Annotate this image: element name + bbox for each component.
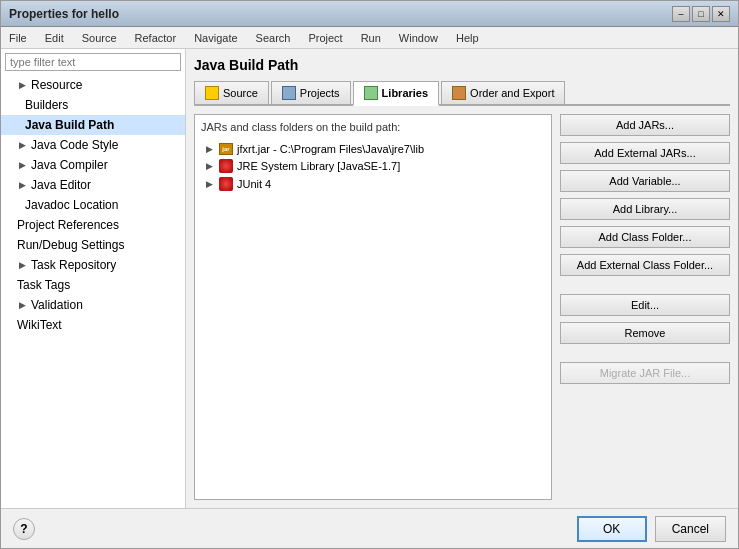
add-external-class-folder-button[interactable]: Add External Class Folder... xyxy=(560,254,730,276)
menu-file[interactable]: File xyxy=(5,30,31,46)
tree-item-jfxrt[interactable]: ▶ jar jfxrt.jar - C:\Program Files\Java\… xyxy=(199,141,547,157)
tab-order-export[interactable]: Order and Export xyxy=(441,81,565,104)
main-content: ▶ Resource Builders Java Build Path ▶ Ja… xyxy=(1,49,738,508)
menu-bar: File Edit Source Refactor Navigate Searc… xyxy=(1,27,738,49)
expand-icon: ▶ xyxy=(203,143,215,155)
tree-item-label: jfxrt.jar - C:\Program Files\Java\jre7\l… xyxy=(237,143,424,155)
help-button[interactable]: ? xyxy=(13,518,35,540)
content-area: JARs and class folders on the build path… xyxy=(194,114,730,500)
tree-description: JARs and class folders on the build path… xyxy=(199,119,547,135)
sidebar-label: Java Build Path xyxy=(25,118,114,132)
add-variable-button[interactable]: Add Variable... xyxy=(560,170,730,192)
sidebar-item-task-tags[interactable]: Task Tags xyxy=(1,275,185,295)
tree-item-label: JUnit 4 xyxy=(237,178,271,190)
sidebar-item-builders[interactable]: Builders xyxy=(1,95,185,115)
filter-input[interactable] xyxy=(5,53,181,71)
add-jars-button[interactable]: Add JARs... xyxy=(560,114,730,136)
add-library-button[interactable]: Add Library... xyxy=(560,198,730,220)
menu-edit[interactable]: Edit xyxy=(41,30,68,46)
sidebar-label: Run/Debug Settings xyxy=(17,238,124,252)
tab-order-label: Order and Export xyxy=(470,87,554,99)
cancel-button[interactable]: Cancel xyxy=(655,516,726,542)
window-title: Properties for hello xyxy=(9,7,119,21)
expand-icon: ▶ xyxy=(203,160,215,172)
expand-icon: ▶ xyxy=(17,160,27,170)
buttons-panel: Add JARs... Add External JARs... Add Var… xyxy=(560,114,730,500)
sidebar-label: Resource xyxy=(31,78,82,92)
jar-icon: jar xyxy=(219,143,233,155)
menu-source[interactable]: Source xyxy=(78,30,121,46)
projects-icon xyxy=(282,86,296,100)
expand-icon: ▶ xyxy=(17,260,27,270)
expand-icon: ▶ xyxy=(17,300,27,310)
tree-item-label: JRE System Library [JavaSE-1.7] xyxy=(237,160,400,172)
tab-libraries-label: Libraries xyxy=(382,87,428,99)
menu-help[interactable]: Help xyxy=(452,30,483,46)
close-button[interactable]: ✕ xyxy=(712,6,730,22)
sidebar-label: WikiText xyxy=(17,318,62,332)
ok-button[interactable]: OK xyxy=(577,516,647,542)
sidebar-item-java-code-style[interactable]: ▶ Java Code Style xyxy=(1,135,185,155)
tree-item-junit[interactable]: ▶ JUnit 4 xyxy=(199,175,547,193)
expand-icon: ▶ xyxy=(17,180,27,190)
sidebar-item-task-repository[interactable]: ▶ Task Repository xyxy=(1,255,185,275)
sidebar-item-wikitext[interactable]: WikiText xyxy=(1,315,185,335)
tab-projects[interactable]: Projects xyxy=(271,81,351,104)
sidebar-label: Project References xyxy=(17,218,119,232)
footer: ? OK Cancel xyxy=(1,508,738,548)
sidebar-label: Task Repository xyxy=(31,258,116,272)
libraries-icon xyxy=(364,86,378,100)
add-class-folder-button[interactable]: Add Class Folder... xyxy=(560,226,730,248)
right-panel: Java Build Path Source Projects Librarie… xyxy=(186,49,738,508)
sidebar-item-javadoc-location[interactable]: Javadoc Location xyxy=(1,195,185,215)
sidebar-label: Java Compiler xyxy=(31,158,108,172)
button-separator xyxy=(560,282,730,288)
remove-button[interactable]: Remove xyxy=(560,322,730,344)
sidebar-label: Builders xyxy=(25,98,68,112)
add-external-jars-button[interactable]: Add External JARs... xyxy=(560,142,730,164)
menu-navigate[interactable]: Navigate xyxy=(190,30,241,46)
expand-icon: ▶ xyxy=(17,80,27,90)
button-separator2 xyxy=(560,350,730,356)
footer-right: OK Cancel xyxy=(577,516,726,542)
footer-left: ? xyxy=(13,518,35,540)
source-icon xyxy=(205,86,219,100)
tab-source[interactable]: Source xyxy=(194,81,269,104)
sidebar-item-validation[interactable]: ▶ Validation xyxy=(1,295,185,315)
sidebar-label: Java Code Style xyxy=(31,138,118,152)
sidebar-label: Javadoc Location xyxy=(25,198,118,212)
tree-panel: JARs and class folders on the build path… xyxy=(194,114,552,500)
properties-window: Properties for hello – □ ✕ File Edit Sou… xyxy=(0,0,739,549)
sidebar-item-project-references[interactable]: Project References xyxy=(1,215,185,235)
jre-icon xyxy=(219,159,233,173)
migrate-jar-button[interactable]: Migrate JAR File... xyxy=(560,362,730,384)
tab-source-label: Source xyxy=(223,87,258,99)
sidebar-item-java-editor[interactable]: ▶ Java Editor xyxy=(1,175,185,195)
expand-icon: ▶ xyxy=(17,140,27,150)
junit-icon xyxy=(219,177,233,191)
panel-title: Java Build Path xyxy=(194,57,730,73)
sidebar-item-resource[interactable]: ▶ Resource xyxy=(1,75,185,95)
sidebar-label: Validation xyxy=(31,298,83,312)
menu-refactor[interactable]: Refactor xyxy=(131,30,181,46)
sidebar-item-java-build-path[interactable]: Java Build Path xyxy=(1,115,185,135)
tree-item-jre[interactable]: ▶ JRE System Library [JavaSE-1.7] xyxy=(199,157,547,175)
window-controls: – □ ✕ xyxy=(672,6,730,22)
sidebar-label: Java Editor xyxy=(31,178,91,192)
minimize-button[interactable]: – xyxy=(672,6,690,22)
sidebar: ▶ Resource Builders Java Build Path ▶ Ja… xyxy=(1,49,186,508)
expand-icon: ▶ xyxy=(203,178,215,190)
menu-window[interactable]: Window xyxy=(395,30,442,46)
title-bar: Properties for hello – □ ✕ xyxy=(1,1,738,27)
menu-project[interactable]: Project xyxy=(304,30,346,46)
menu-search[interactable]: Search xyxy=(252,30,295,46)
sidebar-label: Task Tags xyxy=(17,278,70,292)
order-icon xyxy=(452,86,466,100)
tab-libraries[interactable]: Libraries xyxy=(353,81,439,106)
menu-run[interactable]: Run xyxy=(357,30,385,46)
sidebar-item-run-debug-settings[interactable]: Run/Debug Settings xyxy=(1,235,185,255)
edit-button[interactable]: Edit... xyxy=(560,294,730,316)
maximize-button[interactable]: □ xyxy=(692,6,710,22)
sidebar-item-java-compiler[interactable]: ▶ Java Compiler xyxy=(1,155,185,175)
tab-projects-label: Projects xyxy=(300,87,340,99)
